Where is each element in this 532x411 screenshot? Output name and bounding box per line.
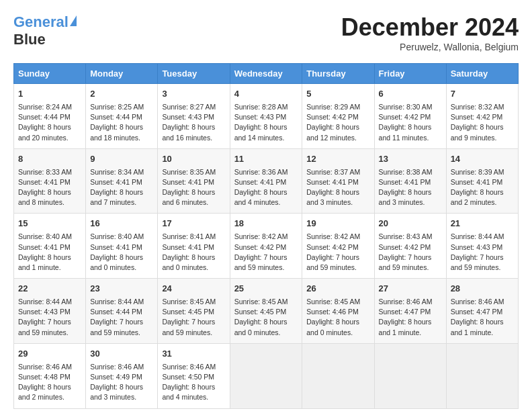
weekday-header-wednesday: Wednesday — [230, 64, 302, 84]
day-info: and 2 minutes. — [18, 392, 81, 402]
day-info: Daylight: 7 hours — [18, 317, 81, 327]
calendar-cell — [302, 343, 374, 408]
day-info: and 0 minutes. — [234, 328, 298, 338]
day-info: Sunrise: 8:44 AM — [90, 297, 153, 307]
calendar-cell: 28Sunrise: 8:46 AMSunset: 4:47 PMDayligh… — [446, 279, 518, 344]
day-info: Sunset: 4:44 PM — [90, 307, 153, 317]
day-info: Sunrise: 8:24 AM — [18, 102, 81, 112]
calendar-cell: 12Sunrise: 8:37 AMSunset: 4:41 PMDayligh… — [302, 148, 374, 214]
day-info: Daylight: 8 hours — [18, 122, 81, 132]
day-number: 6 — [379, 88, 442, 101]
day-info: and 3 minutes. — [306, 197, 369, 208]
day-info: and 1 minute. — [18, 263, 81, 273]
day-info: Sunrise: 8:41 AM — [162, 232, 225, 242]
day-number: 2 — [90, 88, 153, 101]
calendar-cell: 23Sunrise: 8:44 AMSunset: 4:44 PMDayligh… — [86, 279, 158, 344]
day-info: Sunrise: 8:32 AM — [451, 102, 514, 112]
calendar-cell: 9Sunrise: 8:34 AMSunset: 4:41 PMDaylight… — [86, 148, 158, 214]
day-info: Sunset: 4:41 PM — [90, 177, 153, 187]
calendar-table: SundayMondayTuesdayWednesdayThursdayFrid… — [13, 63, 519, 409]
calendar-cell: 8Sunrise: 8:33 AMSunset: 4:41 PMDaylight… — [14, 148, 86, 214]
day-info: and 59 minutes. — [306, 263, 369, 273]
calendar-cell: 3Sunrise: 8:27 AMSunset: 4:43 PMDaylight… — [158, 84, 230, 149]
day-info: Daylight: 8 hours — [306, 122, 369, 132]
day-info: Sunrise: 8:46 AM — [18, 362, 81, 372]
calendar-cell: 7Sunrise: 8:32 AMSunset: 4:42 PMDaylight… — [446, 84, 518, 149]
month-title: December 2024 — [341, 13, 519, 42]
calendar-cell: 1Sunrise: 8:24 AMSunset: 4:44 PMDaylight… — [14, 84, 86, 149]
day-info: Sunset: 4:42 PM — [234, 242, 298, 253]
day-info: Sunrise: 8:42 AM — [306, 232, 369, 242]
day-info: Sunset: 4:42 PM — [306, 242, 369, 253]
day-number: 26 — [306, 283, 369, 295]
day-info: Daylight: 8 hours — [90, 253, 153, 263]
day-number: 15 — [18, 218, 81, 230]
calendar-cell: 17Sunrise: 8:41 AMSunset: 4:41 PMDayligh… — [158, 214, 230, 279]
day-info: Sunset: 4:41 PM — [234, 177, 298, 187]
day-info: Sunset: 4:42 PM — [306, 112, 369, 122]
week-row-5: 29Sunrise: 8:46 AMSunset: 4:48 PMDayligh… — [14, 343, 519, 408]
calendar-cell: 24Sunrise: 8:45 AMSunset: 4:45 PMDayligh… — [158, 279, 230, 344]
day-info: and 14 minutes. — [234, 133, 298, 143]
week-row-1: 1Sunrise: 8:24 AMSunset: 4:44 PMDaylight… — [14, 84, 519, 149]
logo-blue: Blue — [13, 31, 77, 48]
day-info: Sunrise: 8:44 AM — [451, 232, 514, 242]
day-info: and 2 minutes. — [451, 197, 514, 208]
day-info: Daylight: 8 hours — [18, 382, 81, 392]
day-info: Sunset: 4:41 PM — [18, 177, 81, 187]
day-info: and 9 minutes. — [451, 133, 514, 143]
day-number: 31 — [162, 348, 225, 361]
day-info: Sunset: 4:43 PM — [234, 112, 298, 122]
day-info: Sunset: 4:41 PM — [162, 242, 225, 253]
day-info: Sunset: 4:47 PM — [451, 307, 514, 317]
day-info: Sunrise: 8:43 AM — [379, 232, 442, 242]
calendar-cell: 20Sunrise: 8:43 AMSunset: 4:42 PMDayligh… — [374, 214, 446, 279]
day-info: Sunrise: 8:38 AM — [379, 167, 442, 177]
day-info: Daylight: 8 hours — [234, 187, 298, 197]
day-info: Sunset: 4:50 PM — [162, 372, 225, 382]
day-info: Daylight: 8 hours — [451, 187, 514, 197]
day-info: Daylight: 7 hours — [90, 317, 153, 327]
calendar-cell: 10Sunrise: 8:35 AMSunset: 4:41 PMDayligh… — [158, 148, 230, 214]
day-info: Daylight: 7 hours — [306, 253, 369, 263]
day-info: Daylight: 8 hours — [162, 187, 225, 197]
calendar-cell: 25Sunrise: 8:45 AMSunset: 4:45 PMDayligh… — [230, 279, 302, 344]
day-info: and 59 minutes. — [162, 328, 225, 338]
day-number: 18 — [234, 218, 298, 230]
day-info: and 0 minutes. — [306, 328, 369, 338]
day-info: Sunset: 4:43 PM — [451, 242, 514, 253]
day-number: 5 — [306, 88, 369, 101]
day-info: Sunset: 4:48 PM — [18, 372, 81, 382]
day-number: 1 — [18, 88, 81, 101]
calendar-cell: 11Sunrise: 8:36 AMSunset: 4:41 PMDayligh… — [230, 148, 302, 214]
day-number: 29 — [18, 348, 81, 361]
day-number: 12 — [306, 153, 369, 166]
calendar-cell: 15Sunrise: 8:40 AMSunset: 4:41 PMDayligh… — [14, 214, 86, 279]
day-info: Sunset: 4:47 PM — [379, 307, 442, 317]
calendar-cell: 27Sunrise: 8:46 AMSunset: 4:47 PMDayligh… — [374, 279, 446, 344]
day-info: and 3 minutes. — [90, 392, 153, 402]
day-info: Daylight: 7 hours — [234, 253, 298, 263]
calendar-cell — [374, 343, 446, 408]
calendar-cell: 31Sunrise: 8:46 AMSunset: 4:50 PMDayligh… — [158, 343, 230, 408]
day-info: Sunrise: 8:36 AM — [234, 167, 298, 177]
day-info: Sunset: 4:43 PM — [18, 307, 81, 317]
day-number: 25 — [234, 283, 298, 295]
day-info: Daylight: 8 hours — [451, 317, 514, 327]
day-number: 30 — [90, 348, 153, 361]
weekday-header-friday: Friday — [374, 64, 446, 84]
day-info: Sunset: 4:49 PM — [90, 372, 153, 382]
day-info: and 4 minutes. — [234, 197, 298, 208]
day-info: and 1 minute. — [379, 328, 442, 338]
calendar-cell: 5Sunrise: 8:29 AMSunset: 4:42 PMDaylight… — [302, 84, 374, 149]
day-info: Sunrise: 8:34 AM — [90, 167, 153, 177]
day-info: Daylight: 8 hours — [162, 253, 225, 263]
day-info: Daylight: 8 hours — [18, 253, 81, 263]
calendar-cell: 16Sunrise: 8:40 AMSunset: 4:41 PMDayligh… — [86, 214, 158, 279]
day-number: 14 — [451, 153, 514, 166]
day-info: and 16 minutes. — [162, 133, 225, 143]
calendar-cell: 4Sunrise: 8:28 AMSunset: 4:43 PMDaylight… — [230, 84, 302, 149]
day-number: 22 — [18, 283, 81, 295]
day-info: Sunset: 4:41 PM — [379, 177, 442, 187]
day-number: 17 — [162, 218, 225, 230]
